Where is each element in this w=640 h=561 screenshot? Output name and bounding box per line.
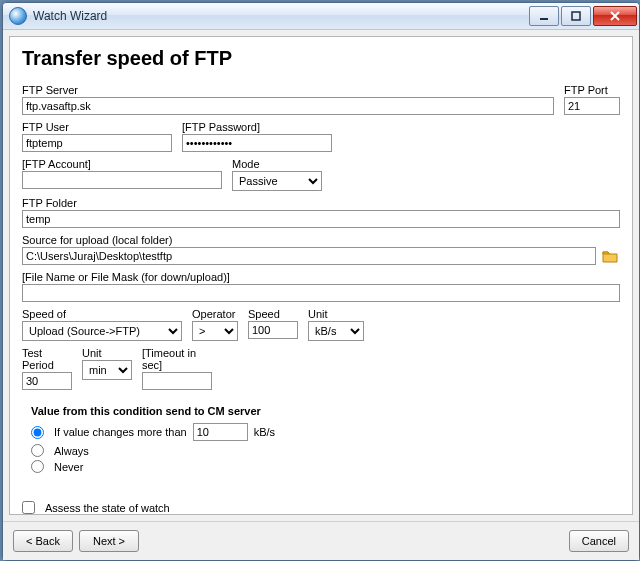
- timeout-input[interactable]: [142, 372, 212, 390]
- app-icon: [9, 7, 27, 25]
- window-controls: [527, 6, 637, 26]
- ftp-user-input[interactable]: [22, 134, 172, 152]
- timeout-label: [Timeout in sec]: [142, 347, 212, 371]
- ftp-account-label: [FTP Account]: [22, 158, 222, 170]
- condition-group: Value from this condition send to CM ser…: [22, 398, 620, 487]
- window-title: Watch Wizard: [33, 9, 527, 23]
- speed-of-select[interactable]: Upload (Source->FTP): [22, 321, 182, 341]
- unit-label: Unit: [308, 308, 364, 320]
- cond-never-label: Never: [54, 461, 83, 473]
- cond-changes-unit: kB/s: [254, 426, 275, 438]
- ftp-server-label: FTP Server: [22, 84, 554, 96]
- unit-select[interactable]: kB/s: [308, 321, 364, 341]
- operator-select[interactable]: >: [192, 321, 238, 341]
- mode-label: Mode: [232, 158, 322, 170]
- ftp-port-label: FTP Port: [564, 84, 620, 96]
- file-mask-input[interactable]: [22, 284, 620, 302]
- cond-never-radio[interactable]: [31, 460, 44, 473]
- test-period-label: Test Period: [22, 347, 72, 371]
- ftp-folder-input[interactable]: [22, 210, 620, 228]
- assess-checkbox[interactable]: [22, 501, 35, 514]
- footer: < Back Next > Cancel: [3, 521, 639, 560]
- browse-folder-button[interactable]: [600, 247, 620, 265]
- source-upload-label: Source for upload (local folder): [22, 234, 620, 246]
- ftp-port-input[interactable]: [564, 97, 620, 115]
- svg-rect-1: [572, 12, 580, 20]
- file-mask-label: [File Name or File Mask (for down/upload…: [22, 271, 620, 283]
- cond-always-radio[interactable]: [31, 444, 44, 457]
- back-button[interactable]: < Back: [13, 530, 73, 552]
- assess-label: Assess the state of watch: [45, 502, 170, 514]
- maximize-button[interactable]: [561, 6, 591, 26]
- wizard-window: Watch Wizard Transfer speed of FTP FTP S…: [2, 2, 640, 561]
- form: FTP Server FTP Port FTP User [FTP Passwo…: [22, 84, 620, 515]
- ftp-password-label: [FTP Password]: [182, 121, 332, 133]
- page-title: Transfer speed of FTP: [22, 47, 620, 70]
- cond-changes-label: If value changes more than: [54, 426, 187, 438]
- titlebar[interactable]: Watch Wizard: [3, 3, 639, 30]
- cond-changes-radio[interactable]: [31, 426, 44, 439]
- content-area: Transfer speed of FTP FTP Server FTP Por…: [9, 36, 633, 515]
- ftp-user-label: FTP User: [22, 121, 172, 133]
- cancel-button[interactable]: Cancel: [569, 530, 629, 552]
- tp-unit-label: Unit: [82, 347, 132, 359]
- ftp-account-input[interactable]: [22, 171, 222, 189]
- folder-icon: [602, 249, 618, 263]
- ftp-password-input[interactable]: [182, 134, 332, 152]
- speed-input[interactable]: [248, 321, 298, 339]
- cond-changes-value-input[interactable]: [193, 423, 248, 441]
- source-upload-input[interactable]: [22, 247, 596, 265]
- minimize-button[interactable]: [529, 6, 559, 26]
- operator-label: Operator: [192, 308, 238, 320]
- condition-title: Value from this condition send to CM ser…: [31, 405, 611, 417]
- tp-unit-select[interactable]: min: [82, 360, 132, 380]
- mode-select[interactable]: Passive: [232, 171, 322, 191]
- ftp-server-input[interactable]: [22, 97, 554, 115]
- next-button[interactable]: Next >: [79, 530, 139, 552]
- test-period-input[interactable]: [22, 372, 72, 390]
- close-button[interactable]: [593, 6, 637, 26]
- ftp-folder-label: FTP Folder: [22, 197, 620, 209]
- cond-always-label: Always: [54, 445, 89, 457]
- speed-label: Speed: [248, 308, 298, 320]
- speed-of-label: Speed of: [22, 308, 182, 320]
